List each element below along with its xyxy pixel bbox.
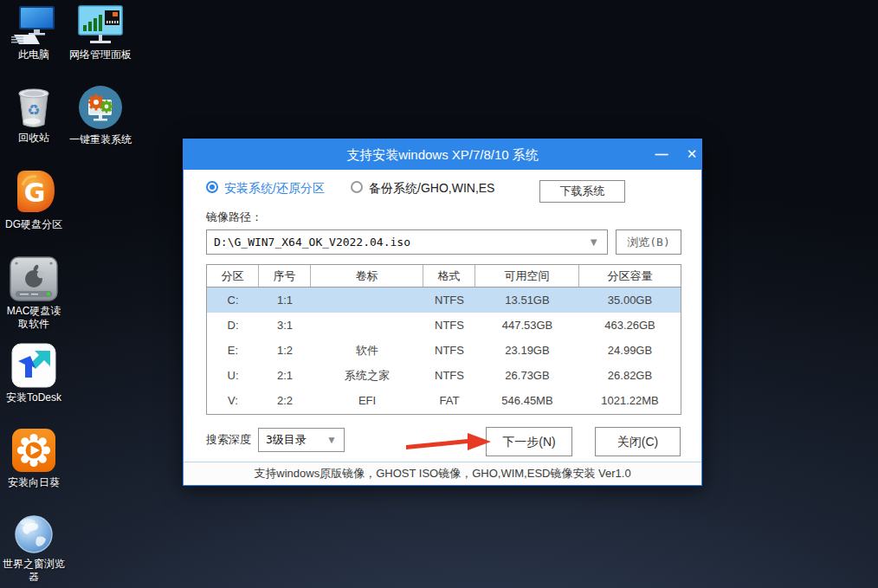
cell: NTFS — [423, 363, 475, 388]
cell — [311, 313, 423, 338]
desktop-icon-label: DG硬盘分区 — [5, 218, 62, 231]
cell: E: — [207, 338, 259, 363]
cell: 26.73GB — [475, 363, 579, 388]
cell: 463.26GB — [579, 313, 681, 338]
next-button[interactable]: 下一步(N) — [486, 427, 572, 456]
radio-backup-system[interactable] — [351, 181, 363, 193]
desktop-icon-mac-disk[interactable]: MAC硬盘读取软件 — [2, 256, 66, 331]
column-header: 序号 — [259, 265, 311, 287]
cell: 软件 — [311, 338, 423, 363]
browse-button[interactable]: 浏览(B) — [616, 229, 681, 255]
cell: 447.53GB — [475, 313, 579, 338]
cell: 1:1 — [259, 288, 311, 313]
cell: U: — [207, 363, 259, 388]
download-system-button[interactable]: 下载系统 — [539, 180, 625, 203]
search-depth-label: 搜索深度 — [206, 432, 251, 448]
cell: 2:1 — [259, 363, 311, 388]
cell: V: — [207, 388, 259, 413]
mac-disk-icon — [9, 256, 59, 301]
partition-table: 分区 序号 卷标 格式 可用空间 分区容量 C: 1:1 NTFS 13.51G… — [206, 264, 681, 415]
desktop-icon-label: 回收站 — [18, 132, 49, 145]
desktop-icon-label: 网络管理面板 — [69, 48, 132, 61]
chevron-down-icon[interactable]: ▼ — [588, 230, 599, 254]
sunflower-icon — [11, 428, 56, 473]
todesk-icon — [11, 343, 56, 388]
column-header: 分区 — [207, 265, 259, 287]
cell: NTFS — [423, 288, 475, 313]
cell: 2:2 — [259, 388, 311, 413]
desktop-icon-this-pc[interactable]: 此电脑 — [2, 5, 66, 61]
cell: C: — [207, 288, 259, 313]
cell: 13.51GB — [475, 288, 579, 313]
dialog-titlebar[interactable]: 支持安装windows XP/7/8/10 系统 — [184, 139, 701, 170]
column-header: 分区容量 — [579, 265, 681, 287]
cell: EFI — [311, 388, 423, 413]
cell: 26.82GB — [579, 363, 681, 388]
desktop-icon-sunflower[interactable]: 安装向日葵 — [2, 428, 66, 489]
desktop-icon-world-browser[interactable]: 世界之窗浏览器 — [2, 514, 66, 584]
network-panel-icon — [76, 5, 125, 45]
cell: 1021.22MB — [579, 388, 681, 413]
table-row-u[interactable]: U: 2:1 系统之家 NTFS 26.73GB 26.82GB — [207, 363, 681, 388]
table-row-e[interactable]: E: 1:2 软件 NTFS 23.19GB 24.99GB — [207, 338, 681, 363]
desktop-icon-label: 此电脑 — [18, 48, 49, 61]
cell: D: — [207, 313, 259, 338]
cell: 546.45MB — [475, 388, 579, 413]
cell: NTFS — [423, 313, 475, 338]
desktop-icon-label: 一键重装系统 — [69, 133, 132, 146]
svg-text:♻: ♻ — [27, 101, 40, 119]
column-header: 格式 — [423, 265, 475, 287]
chevron-down-icon: ▼ — [326, 429, 337, 451]
cell: 35.00GB — [579, 288, 681, 313]
image-path-combobox[interactable]: D:\G_WIN7_X64_OK_V2022.04.iso ▼ — [206, 229, 608, 255]
desktop-icon-diskgenius[interactable]: G DG硬盘分区 — [2, 168, 66, 231]
column-header: 可用空间 — [475, 265, 579, 287]
radio-install-system[interactable] — [206, 181, 218, 193]
cell: 3:1 — [259, 313, 311, 338]
cell: 24.99GB — [579, 338, 681, 363]
cell: NTFS — [423, 338, 475, 363]
image-path-label: 镜像路径： — [206, 210, 262, 225]
partition-table-header: 分区 序号 卷标 格式 可用空间 分区容量 — [207, 265, 681, 288]
column-header: 卷标 — [311, 265, 423, 287]
table-row-d[interactable]: D: 3:1 NTFS 447.53GB 463.26GB — [207, 313, 681, 338]
close-button[interactable]: 关闭(C) — [595, 427, 681, 456]
cell: 系统之家 — [311, 363, 423, 388]
close-icon[interactable]: ✕ — [682, 139, 701, 170]
desktop-icon-reinstall-system[interactable]: 一键重装系统 — [62, 85, 139, 146]
install-dialog: 支持安装windows XP/7/8/10 系统 — ✕ 安装系统/还原分区 备… — [183, 139, 702, 486]
svg-text:G: G — [24, 178, 46, 208]
image-path-value: D:\G_WIN7_X64_OK_V2022.04.iso — [214, 230, 410, 254]
table-row-c[interactable]: C: 1:1 NTFS 13.51GB 35.00GB — [207, 288, 681, 313]
desktop-icon-label: 安装ToDesk — [6, 391, 61, 404]
search-depth-value: 3级目录 — [266, 429, 307, 451]
desktop-icon-todesk[interactable]: 安装ToDesk — [2, 343, 66, 404]
dialog-footer: 支持windows原版镜像，GHOST ISO镜像，GHO,WIM,ESD镜像安… — [184, 462, 701, 485]
radio-backup-label[interactable]: 备份系统/GHO,WIN,ES — [369, 181, 494, 197]
world-browser-icon — [14, 514, 54, 554]
table-row-v[interactable]: V: 2:2 EFI FAT 546.45MB 1021.22MB — [207, 388, 681, 413]
recycle-bin-icon: ♻ — [15, 87, 53, 128]
search-depth-dropdown[interactable]: 3级目录 ▼ — [258, 428, 345, 452]
desktop-icon-network-panel[interactable]: 网络管理面板 — [62, 5, 139, 61]
cell: 1:2 — [259, 338, 311, 363]
cell: FAT — [423, 388, 475, 413]
diskgenius-icon: G — [10, 168, 57, 215]
this-pc-icon — [11, 5, 56, 45]
reinstall-system-icon — [77, 85, 124, 130]
desktop-icon-recycle-bin[interactable]: ♻ 回收站 — [2, 87, 66, 145]
dialog-title: 支持安装windows XP/7/8/10 系统 — [346, 147, 539, 162]
minimize-icon[interactable]: — — [652, 139, 671, 170]
cell: 23.19GB — [475, 338, 579, 363]
desktop-icon-label: 世界之窗浏览器 — [2, 558, 66, 584]
desktop-icon-label: MAC硬盘读取软件 — [2, 305, 66, 331]
desktop-icon-label: 安装向日葵 — [8, 476, 60, 489]
radio-install-label[interactable]: 安装系统/还原分区 — [224, 181, 325, 197]
cell — [311, 288, 423, 313]
